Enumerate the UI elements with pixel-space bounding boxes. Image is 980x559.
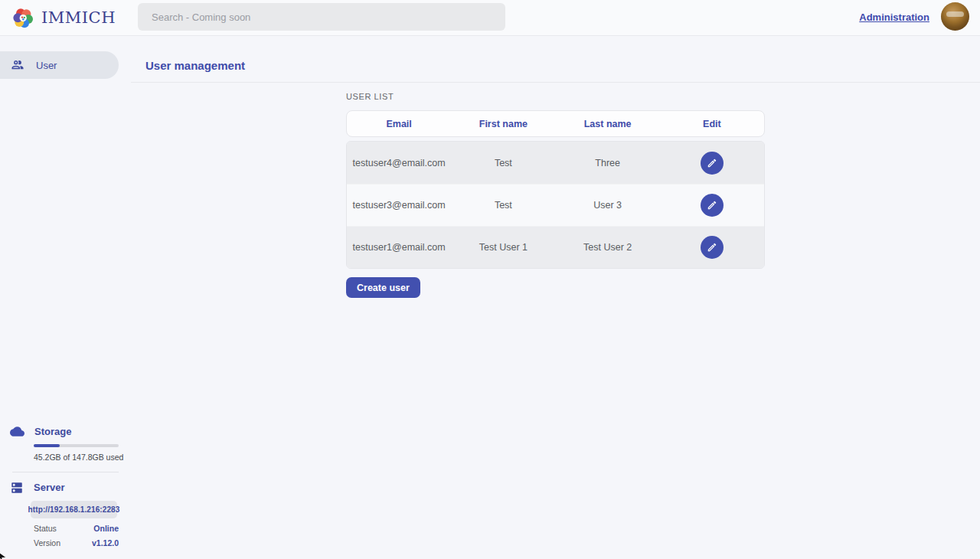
search-input[interactable] <box>138 3 505 31</box>
status-label: Status <box>34 524 57 533</box>
server-status-row: Status Online <box>34 524 119 533</box>
create-user-button[interactable]: Create user <box>346 277 420 298</box>
immich-logo[interactable]: IMMICH <box>12 7 116 29</box>
sidebar-status-panel: Storage 45.2GB of 147.8GB used Server ht… <box>0 424 131 559</box>
user-list-label: USER LIST <box>346 92 765 101</box>
sidebar-item-label: User <box>36 60 57 71</box>
sidebar-divider <box>12 472 119 472</box>
table-row: testuser4@email.com Test Three <box>347 142 764 184</box>
cloud-icon <box>10 424 24 439</box>
column-header-first-name: First name <box>451 119 555 129</box>
admin-sidebar: User Storage 45.2GB of 147.8GB used <box>0 36 131 559</box>
storage-progress-fill <box>34 444 60 447</box>
users-icon <box>11 58 24 72</box>
column-header-email: Email <box>347 119 451 129</box>
storage-progress-bar <box>34 444 119 447</box>
cell-email: testuser3@email.com <box>347 200 451 211</box>
column-header-edit: Edit <box>660 119 764 129</box>
version-value: v1.12.0 <box>92 538 119 548</box>
server-url-badge: http://192.168.1.216:2283 <box>31 501 117 518</box>
page-title: User management <box>145 59 980 72</box>
search-bar[interactable] <box>138 3 505 31</box>
status-value: Online <box>93 524 119 533</box>
user-table: testuser4@email.com Test Three testuser3… <box>346 141 765 269</box>
storage-title: Storage <box>34 426 71 437</box>
cell-first-name: Test User 1 <box>451 242 555 253</box>
administration-link[interactable]: Administration <box>859 11 929 23</box>
server-section-header: Server <box>0 480 131 495</box>
table-row: testuser3@email.com Test User 3 <box>347 184 764 226</box>
user-avatar[interactable] <box>941 2 969 31</box>
server-version-row: Version v1.12.0 <box>34 538 119 548</box>
cell-email: testuser1@email.com <box>347 242 451 253</box>
pencil-icon <box>707 200 717 211</box>
column-header-last-name: Last name <box>556 119 660 129</box>
storage-section-header: Storage <box>0 424 131 439</box>
storage-usage-text: 45.2GB of 147.8GB used <box>34 453 131 462</box>
sidebar-item-user[interactable]: User <box>0 51 119 79</box>
main-content: User management USER LIST Email First na… <box>131 36 980 559</box>
server-title: Server <box>34 482 64 493</box>
version-label: Version <box>34 538 60 548</box>
pencil-icon <box>707 158 717 168</box>
edit-user-button[interactable] <box>701 152 724 175</box>
cell-last-name: Test User 2 <box>556 242 660 253</box>
top-navbar: IMMICH Administration <box>0 0 980 36</box>
cell-last-name: Three <box>556 158 660 168</box>
brand-name: IMMICH <box>41 10 116 26</box>
cell-email: testuser4@email.com <box>347 158 451 168</box>
edit-user-button[interactable] <box>701 194 724 217</box>
pencil-icon <box>707 242 717 253</box>
title-divider <box>131 82 980 83</box>
immich-flower-icon <box>12 7 34 29</box>
cell-last-name: User 3 <box>556 200 660 211</box>
user-table-header: Email First name Last name Edit <box>346 110 765 137</box>
server-icon <box>10 481 24 495</box>
table-row: testuser1@email.com Test User 1 Test Use… <box>347 226 764 268</box>
edit-user-button[interactable] <box>701 236 724 259</box>
cell-first-name: Test <box>451 200 555 211</box>
cell-first-name: Test <box>451 158 555 168</box>
